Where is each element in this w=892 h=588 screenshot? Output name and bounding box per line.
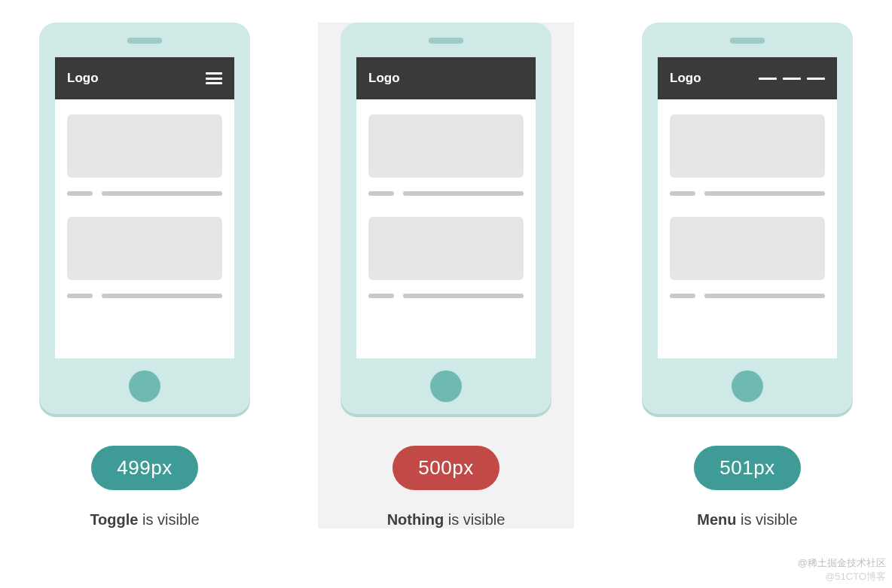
- phone-column-0: Logo499pxToggle is visible: [17, 23, 273, 529]
- phone-screen: Logo: [356, 57, 536, 358]
- home-button[interactable]: [129, 370, 160, 402]
- logo-text: Logo: [67, 71, 99, 86]
- phone-mockup: Logo: [642, 23, 853, 414]
- caption: Menu is visible: [697, 511, 797, 529]
- app-navbar: Logo: [658, 57, 837, 99]
- home-button[interactable]: [732, 370, 763, 402]
- content-lines: [670, 294, 825, 298]
- content-card: [368, 114, 524, 178]
- watermark-bottom: @51CTO博客: [825, 570, 886, 583]
- phone-mockup: Logo: [341, 23, 551, 414]
- breakpoint-pill: 501px: [694, 446, 800, 490]
- content-card: [368, 217, 524, 280]
- caption-bold: Toggle: [90, 511, 138, 528]
- phone-column-2: Logo501pxMenu is visible: [619, 23, 875, 529]
- phone-screen: Logo: [55, 57, 234, 358]
- content-card: [670, 217, 825, 280]
- app-navbar: Logo: [55, 57, 234, 99]
- content-card: [67, 114, 222, 178]
- phone-speaker: [429, 38, 463, 44]
- content-lines: [368, 191, 524, 196]
- breakpoint-pill: 499px: [91, 446, 197, 490]
- phone-speaker: [127, 38, 162, 44]
- phone-speaker: [730, 38, 765, 44]
- phone-mockup: Logo: [39, 23, 250, 414]
- content-card: [670, 114, 825, 178]
- content-lines: [67, 294, 222, 298]
- content-lines: [67, 191, 222, 196]
- phone-screen: Logo: [658, 57, 837, 358]
- app-navbar: Logo: [356, 57, 536, 99]
- caption-bold: Menu: [697, 511, 736, 528]
- content-lines: [368, 294, 524, 298]
- menu-links[interactable]: [759, 78, 825, 80]
- screen-content: [356, 99, 536, 358]
- caption-bold: Nothing: [387, 511, 444, 528]
- caption-rest: is visible: [138, 511, 199, 528]
- watermark-top: @稀土掘金技术社区: [798, 556, 886, 570]
- screen-content: [55, 99, 234, 358]
- caption: Toggle is visible: [90, 511, 199, 529]
- caption-rest: is visible: [444, 511, 505, 528]
- screen-content: [658, 99, 837, 358]
- logo-text: Logo: [368, 71, 400, 86]
- content-card: [67, 217, 222, 280]
- home-button[interactable]: [430, 370, 462, 402]
- content-lines: [670, 191, 825, 196]
- hamburger-icon[interactable]: [206, 72, 222, 84]
- phone-column-1: Logo500pxNothing is visible: [318, 23, 574, 529]
- caption-rest: is visible: [737, 511, 798, 528]
- breakpoint-pill: 500px: [393, 446, 499, 490]
- caption: Nothing is visible: [387, 511, 506, 529]
- logo-text: Logo: [670, 71, 701, 86]
